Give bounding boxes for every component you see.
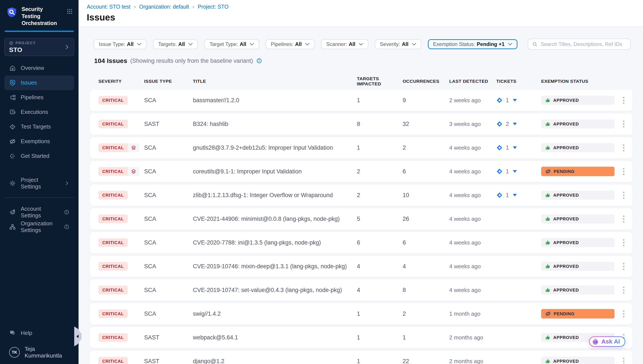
issue-row[interactable]: CRITICALSCACVE-2019-10747: set-value@0.4… [90,279,633,301]
row-menu-button[interactable] [619,356,628,364]
thumbs-up-icon [545,98,551,103]
issue-row[interactable]: CRITICALSCAbassmaster//1.2.0192 weeks ag… [90,90,633,111]
ask-ai-button[interactable]: Ask AI [589,336,625,347]
last-detected-value: 3 weeks ago [449,121,496,128]
issue-row[interactable]: CRITICALSASTdjango@1.21222 months agoAPP… [90,350,633,364]
filter-label: Pipelines: [271,41,293,47]
status-label: APPROVED [553,192,579,198]
row-menu-button[interactable] [619,214,628,224]
ticket-chip[interactable]: 1 [496,168,541,175]
filter-scanner[interactable]: Scanner:All [321,39,368,49]
page-title: Issues [87,12,643,23]
info-icon[interactable] [256,58,262,64]
ticket-caret-icon[interactable] [513,194,517,196]
account-settings-icon [9,209,16,216]
issue-row[interactable]: CRITICALSASTB324: hashlib8323 weeks ago2… [90,113,633,135]
project-label: PROJECT [16,41,36,45]
help-button[interactable]: ? Help [4,326,74,340]
row-menu-button[interactable] [619,142,628,153]
filter-label: Exemption Status: [433,41,475,47]
sidebar-item-account-settings[interactable]: Account Settings [4,205,74,220]
row-menu-button[interactable] [619,261,628,272]
sidebar-item-exemptions[interactable]: Exemptions [4,134,74,149]
sidebar-item-overview[interactable]: Overview [4,61,74,76]
sidebar-item-get-started[interactable]: Get Started [4,149,74,164]
sidebar: Security Testing Orchestration PROJECT S… [0,0,79,364]
issue-row[interactable]: CRITICALSASTwebpack@5.64.1112 months ago… [90,327,633,348]
filter-target-type[interactable]: Target Type:All [204,39,259,49]
filter-value: All [240,41,246,47]
issue-row[interactable]: CRITICALSCACVE-2021-44906: minimist@0.0.… [90,208,633,230]
sidebar-item-organization-settings[interactable]: Organization Settings [4,220,74,234]
issue-row[interactable]: CRITICALSCACVE-2020-7788: ini@1.3.5 (lan… [90,232,633,254]
row-menu-button[interactable] [619,95,628,106]
issue-title: CVE-2019-10746: mixin-deep@1.3.1 (lang-p… [193,263,357,270]
chevron-down-icon [359,43,363,46]
jira-icon [496,192,503,198]
filter-label: Issue Type: [99,41,125,47]
ticket-caret-icon[interactable] [513,99,517,102]
issue-title: swig//1.4.2 [193,310,357,317]
ticket-caret-icon[interactable] [513,146,517,149]
last-detected-value: 4 weeks ago [449,239,496,246]
info-icon[interactable] [64,210,70,215]
row-menu-button[interactable] [619,166,628,177]
filter-pipelines[interactable]: Pipelines:All [266,39,315,49]
last-detected-value: 1 month ago [449,310,496,317]
issue-row[interactable]: CRITICALSCACVE-2019-10746: mixin-deep@1.… [90,256,633,277]
issue-row[interactable]: CRITICALSCAzlib@1:1.2.13.dfsg-1: Integer… [90,184,633,206]
ticket-chip[interactable]: 1 [496,192,541,198]
filter-severity[interactable]: Severity:All [375,39,421,49]
breadcrumb-project-link[interactable]: Project: STO [198,4,229,10]
status-label: APPROVED [553,145,579,150]
row-menu-button[interactable] [619,238,628,248]
issue-type: SCA [144,97,193,104]
row-menu-button[interactable] [619,119,628,130]
breadcrumb-account-link[interactable]: Account: STO test [87,4,130,10]
breadcrumb-organization-link[interactable]: Organization: default [139,4,189,10]
issue-title: webpack@5.64.1 [193,334,357,341]
row-menu-button[interactable] [619,308,628,319]
project-selector[interactable]: PROJECT STO [4,38,74,56]
shield-search-icon [9,79,16,86]
filter-targets[interactable]: Targets:All [153,39,198,49]
filter-issue-type[interactable]: Issue Type:All [94,39,147,49]
issue-row[interactable]: CRITICALSCAcoreutils@9.1-1: Improper Inp… [90,161,633,182]
sidebar-item-pipelines[interactable]: Pipelines [4,90,74,105]
filter-exemption-status[interactable]: Exemption Status:Pending +1 [428,39,517,49]
row-menu-button[interactable] [619,190,628,200]
severity-badge: CRITICAL [98,238,144,247]
filter-value: All [349,41,355,47]
issue-type: SAST [144,121,193,128]
filter-value: Pending +1 [477,41,505,47]
sidebar-item-project-settings[interactable]: Project Settings [4,176,74,191]
status-label: APPROVED [553,216,579,222]
row-menu-button[interactable] [619,285,628,296]
user-menu[interactable]: TK Teja Kummarikuntla [4,345,74,360]
eye-off-icon [9,138,16,145]
sidebar-item-issues[interactable]: Issues [4,76,74,90]
info-icon[interactable] [64,224,70,230]
ticket-chip[interactable]: 1 [496,97,541,104]
ticket-chip[interactable]: 1 [496,144,541,151]
severity-badge: CRITICAL [98,96,144,104]
ticket-caret-icon[interactable] [513,123,517,125]
module-accent-bar [5,30,74,32]
issue-row[interactable]: CRITICALSCAswig//1.4.2121 month agoPENDI… [90,303,633,324]
jira-icon [496,121,503,127]
issue-row[interactable]: CRITICALSCAgnutls28@3.7.9-2+deb12u5: Imp… [90,137,633,158]
module-grid-icon[interactable] [67,8,73,15]
eye-off-icon [545,311,551,317]
ticket-caret-icon[interactable] [513,170,517,173]
column-header: LAST DETECTED [449,79,496,84]
sidebar-item-executions[interactable]: Executions [4,105,74,120]
ticket-chip[interactable]: 2 [496,121,541,128]
status-label: APPROVED [553,264,579,269]
severity-badge: CRITICAL [98,191,144,200]
search-box[interactable] [528,38,630,50]
get-started-icon [9,153,16,160]
user-name: Teja Kummarikuntla [25,346,70,359]
search-input[interactable] [541,41,626,47]
ticket-count: 1 [506,192,509,198]
sidebar-item-test-targets[interactable]: Test Targets [4,120,74,134]
